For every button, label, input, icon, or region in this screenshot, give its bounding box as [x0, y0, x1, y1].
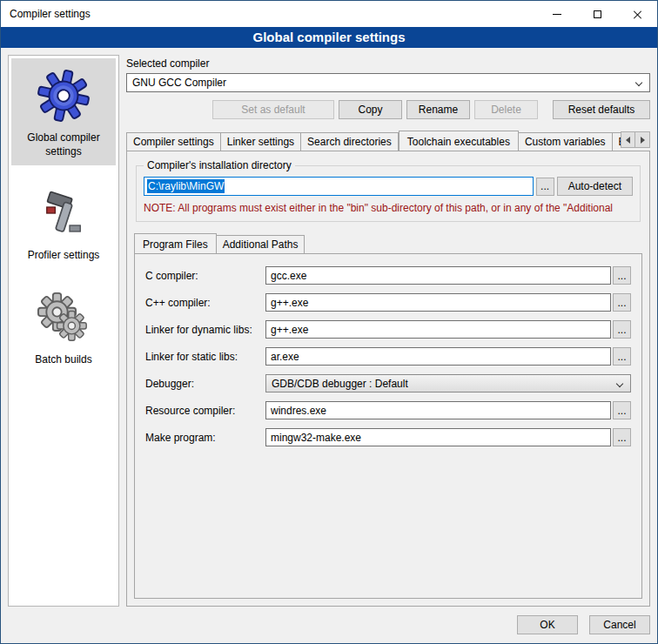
- batch-builds-gears-icon: [14, 289, 113, 346]
- ok-button[interactable]: OK: [517, 615, 578, 634]
- dialog-content: Global compiler settings Profiler settin…: [1, 48, 657, 614]
- debugger-row: Debugger: GDB/CDB debugger : Default: [145, 374, 631, 392]
- dialog-header: Global compiler settings: [1, 27, 657, 48]
- window-controls: [537, 1, 657, 27]
- sidebar-item-label: Profiler settings: [14, 249, 113, 263]
- c-compiler-label: C compiler:: [145, 270, 264, 282]
- rename-button[interactable]: Rename: [406, 100, 470, 119]
- debugger-select-value: GDB/CDB debugger : Default: [272, 378, 408, 390]
- cpp-compiler-input[interactable]: [265, 293, 611, 312]
- titlebar: Compiler settings: [1, 1, 657, 27]
- toolchain-executables-panel: Compiler's installation directory C:\ray…: [126, 151, 650, 607]
- static-linker-row: Linker for static libs: ...: [145, 347, 631, 366]
- set-as-default-button[interactable]: Set as default: [212, 100, 334, 119]
- dynamic-linker-label: Linker for dynamic libs:: [145, 324, 264, 336]
- installation-directory-input[interactable]: C:\raylib\MinGW: [144, 177, 534, 196]
- c-compiler-input[interactable]: [265, 266, 611, 285]
- cancel-button[interactable]: Cancel: [589, 615, 650, 634]
- make-program-label: Make program:: [145, 432, 264, 444]
- settings-sidebar: Global compiler settings Profiler settin…: [8, 55, 119, 607]
- resource-compiler-input[interactable]: [265, 401, 611, 419]
- maximize-icon: [594, 10, 601, 18]
- chevron-down-icon: [635, 79, 642, 86]
- debugger-label: Debugger:: [145, 378, 264, 390]
- auto-detect-button[interactable]: Auto-detect: [557, 177, 633, 196]
- static-linker-label: Linker for static libs:: [145, 351, 264, 363]
- static-linker-input[interactable]: [265, 347, 611, 366]
- maximize-button[interactable]: [577, 1, 617, 27]
- tab-compiler-settings[interactable]: Compiler settings: [126, 132, 221, 151]
- compiler-actions: Set as default Copy Rename Delete Reset …: [126, 100, 650, 119]
- installation-directory-browse-button[interactable]: ...: [536, 178, 554, 196]
- dynamic-linker-browse-button[interactable]: ...: [613, 320, 631, 339]
- sidebar-item-batch-builds[interactable]: Batch builds: [11, 280, 116, 374]
- sidebar-item-profiler-settings[interactable]: Profiler settings: [11, 176, 116, 270]
- static-linker-browse-button[interactable]: ...: [613, 347, 631, 366]
- installation-directory-value: C:\raylib\MinGW: [147, 179, 225, 193]
- make-program-row: Make program: ...: [145, 428, 631, 446]
- tab-program-files[interactable]: Program Files: [134, 233, 217, 253]
- installation-directory-note: NOTE: All programs must exist either in …: [144, 202, 633, 214]
- debugger-select[interactable]: GDB/CDB debugger : Default: [265, 374, 631, 392]
- compiler-select[interactable]: GNU GCC Compiler: [126, 73, 650, 92]
- sidebar-item-label: Batch builds: [14, 353, 113, 367]
- program-files-panel: C compiler: ... C++ compiler: ... Linker…: [134, 253, 642, 599]
- window-title: Compiler settings: [1, 8, 91, 20]
- dynamic-linker-input[interactable]: [265, 320, 611, 339]
- global-compiler-settings-gear-icon: [14, 67, 113, 124]
- cpp-compiler-label: C++ compiler:: [145, 297, 264, 309]
- close-button[interactable]: [617, 1, 657, 27]
- installation-directory-row: C:\raylib\MinGW ... Auto-detect: [144, 177, 633, 196]
- copy-button[interactable]: Copy: [339, 100, 402, 119]
- close-icon: [633, 10, 642, 19]
- selected-compiler-label: Selected compiler: [126, 57, 650, 70]
- cpp-compiler-row: C++ compiler: ...: [145, 293, 631, 312]
- left-arrow-icon: [626, 137, 630, 144]
- minimize-button[interactable]: [537, 1, 577, 27]
- resource-compiler-row: Resource compiler: ...: [145, 401, 631, 419]
- compiler-settings-dialog: Compiler settings Global compiler settin…: [0, 0, 658, 644]
- tab-scroll-left-button[interactable]: [621, 131, 635, 148]
- reset-defaults-button[interactable]: Reset defaults: [553, 100, 650, 119]
- inner-tab-scroll-area: Program Files Additional Paths: [134, 232, 642, 253]
- make-program-browse-button[interactable]: ...: [613, 428, 631, 446]
- c-compiler-browse-button[interactable]: ...: [613, 266, 631, 285]
- c-compiler-row: C compiler: ...: [145, 266, 631, 285]
- main-panel: Selected compiler GNU GCC Compiler Set a…: [126, 55, 650, 607]
- installation-directory-group: Compiler's installation directory C:\ray…: [136, 165, 641, 222]
- tab-toolchain-executables[interactable]: Toolchain executables: [399, 131, 519, 151]
- sidebar-item-label: Global compiler settings: [14, 131, 113, 158]
- installation-directory-group-title: Compiler's installation directory: [144, 159, 295, 171]
- chevron-down-icon: [616, 380, 623, 387]
- make-program-input[interactable]: [265, 428, 611, 446]
- resource-compiler-label: Resource compiler:: [145, 405, 264, 417]
- compiler-select-value: GNU GCC Compiler: [132, 77, 226, 89]
- tab-scroll-area: Compiler settings Linker settings Search…: [126, 130, 650, 151]
- right-arrow-icon: [641, 137, 645, 144]
- dialog-footer: OK Cancel: [1, 614, 657, 643]
- tab-scroll-right-button[interactable]: [635, 131, 650, 148]
- dynamic-linker-row: Linker for dynamic libs: ...: [145, 320, 631, 339]
- cpp-compiler-browse-button[interactable]: ...: [613, 293, 631, 312]
- tab-search-directories[interactable]: Search directories: [301, 132, 399, 151]
- settings-tabstrip: Compiler settings Linker settings Search…: [126, 130, 650, 151]
- profiler-settings-icon: [14, 184, 113, 242]
- tab-scroll-arrows: [621, 131, 650, 148]
- tab-additional-paths[interactable]: Additional Paths: [217, 235, 306, 253]
- tab-custom-variables[interactable]: Custom variables: [519, 132, 613, 151]
- resource-compiler-browse-button[interactable]: ...: [613, 401, 631, 419]
- minimize-icon: [553, 14, 561, 15]
- delete-button[interactable]: Delete: [474, 100, 538, 119]
- tab-linker-settings[interactable]: Linker settings: [221, 132, 301, 151]
- program-files-tabstrip: Program Files Additional Paths: [134, 232, 642, 253]
- sidebar-item-global-compiler-settings[interactable]: Global compiler settings: [11, 58, 116, 165]
